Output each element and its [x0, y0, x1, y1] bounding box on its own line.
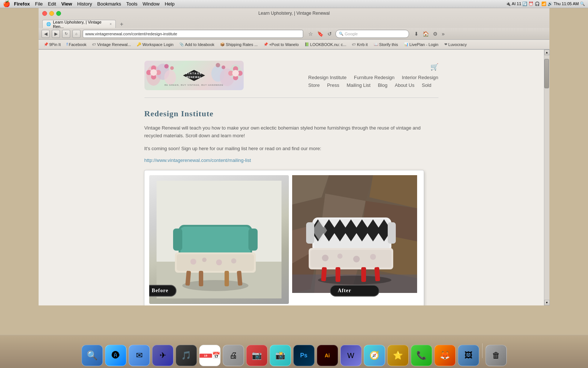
- bookmark-workspace[interactable]: 🔑 Workspace Login: [135, 42, 176, 47]
- logo-box[interactable]: VINTAGE RENEWAL BE GREEN, BUY VINTAGE, B…: [144, 61, 244, 90]
- dock-iphoto[interactable]: 🖼: [458, 345, 479, 366]
- dock-calendar[interactable]: 19 📅: [199, 345, 220, 366]
- bookmark-luvocracy-label: Luvocracy: [448, 42, 467, 47]
- bookmark-facebook[interactable]: f Facebook: [64, 42, 89, 47]
- svg-point-73: [370, 254, 376, 260]
- menu-history[interactable]: History: [77, 1, 92, 7]
- facebook-icon: f: [67, 42, 68, 46]
- dock-safari[interactable]: 🧭: [364, 345, 385, 366]
- browser-tab[interactable]: 🌐 Learn Upholstery, | Vintage Ren... ×: [42, 20, 116, 28]
- svg-point-2: [164, 70, 176, 85]
- scroll-down-button[interactable]: ▼: [544, 300, 550, 305]
- tab-bar: 🌐 Learn Upholstery, | Vintage Ren... × +: [39, 18, 549, 28]
- dock-reeder[interactable]: ⭐: [387, 345, 409, 366]
- bookmark-luvocracy[interactable]: ❤ Luvocracy: [442, 42, 469, 47]
- bookmark-icon: 📌: [44, 42, 48, 46]
- dock-phone[interactable]: 📞: [411, 345, 432, 366]
- bookmark-star[interactable]: ☆: [307, 30, 315, 38]
- bookmark-facebook-label: Facebook: [69, 42, 86, 47]
- menu-bookmarks[interactable]: Bookmarks: [97, 1, 121, 7]
- shipping-icon: 📦: [220, 42, 225, 46]
- cart-icon[interactable]: 🛒: [430, 63, 438, 71]
- header-divider: [144, 98, 438, 98]
- page-main: Redesign Institute Vintage Renewal will …: [144, 105, 438, 305]
- bookmark-wanelo[interactable]: 📌 +Post to Wanelo: [261, 42, 301, 47]
- scrollbar[interactable]: ▲ ▼: [544, 50, 549, 305]
- dock-wordsmith[interactable]: W: [340, 345, 362, 366]
- menubar: 🍎 Firefox File Edit View History Bookmar…: [0, 0, 588, 8]
- nav-press[interactable]: Press: [327, 82, 339, 88]
- close-button[interactable]: [42, 11, 47, 16]
- scrollbar-thumb[interactable]: [544, 59, 549, 88]
- chevron-right-icon[interactable]: »: [440, 30, 446, 38]
- forward-button[interactable]: ▶: [52, 30, 60, 38]
- bookmark-vintage[interactable]: 🏷 Vintage Renewal...: [90, 42, 133, 47]
- menu-tools[interactable]: Tools: [126, 1, 137, 7]
- bookmark-ideabook[interactable]: 📎 Add to Ideabook: [177, 42, 216, 47]
- dock-illustrator[interactable]: Ai: [317, 345, 338, 366]
- nav-redesign-institute[interactable]: Redesign Institute: [308, 75, 347, 80]
- scrollbar-track[interactable]: [544, 55, 549, 300]
- title-bar: Learn Upholstery, | Vintage Renewal: [39, 8, 549, 18]
- dock-directmail[interactable]: ✈: [152, 345, 173, 366]
- new-tab-button[interactable]: +: [117, 21, 126, 28]
- page-description1: Vintage Renewal will teach you how to ma…: [144, 124, 438, 140]
- bookmark-liveplan[interactable]: 📊 LivePlan - Login: [402, 42, 441, 47]
- nav-about-us[interactable]: About Us: [395, 82, 414, 88]
- scroll-up-button[interactable]: ▲: [544, 50, 550, 55]
- menu-firefox[interactable]: Firefox: [14, 1, 30, 7]
- extension-icon[interactable]: ⚙: [431, 30, 439, 38]
- bookmark-9pinit[interactable]: 📌 9Pin It: [42, 42, 63, 47]
- dock-itunes[interactable]: 🎵: [176, 345, 197, 366]
- dock-camera[interactable]: 📸: [270, 345, 291, 366]
- svg-rect-77: [374, 267, 380, 282]
- nav-mailing-list[interactable]: Mailing List: [347, 82, 370, 88]
- nav-sold[interactable]: Sold: [422, 82, 431, 88]
- bookmark-shipping[interactable]: 📦 Shipping Rates ...: [218, 42, 260, 47]
- tab-close-button[interactable]: ×: [110, 22, 112, 26]
- bookmark-storify[interactable]: 📖 Storify this: [372, 42, 400, 47]
- minimize-button[interactable]: [49, 11, 54, 16]
- address-bar[interactable]: www.vintagerenewal.com/content/redesign-…: [83, 30, 303, 38]
- download-icon[interactable]: ⬇: [413, 30, 420, 38]
- dock-finder[interactable]: 🔍: [82, 345, 103, 366]
- nav-store[interactable]: Store: [308, 82, 320, 88]
- logo-svg: VINTAGE RENEWAL BE GREEN, BUY VINTAGE, B…: [144, 61, 244, 90]
- bookmark-krrb[interactable]: 🏷 Krrb it: [350, 42, 370, 47]
- bookmark-lookbook[interactable]: 📗 LOOKBOOK.nu: c...: [302, 42, 348, 47]
- mailing-list-link[interactable]: http://www.vintagerenewal.com/content/ma…: [144, 158, 438, 163]
- svg-text:VINTAGE: VINTAGE: [186, 72, 202, 75]
- menu-file[interactable]: File: [35, 1, 43, 7]
- dock-trash[interactable]: 🗑: [485, 345, 507, 366]
- bookmark-add[interactable]: 🔖: [316, 30, 325, 38]
- navigation-bar: ◀ ▶ ↻ ⌂ www.vintagerenewal.com/content/r…: [39, 28, 549, 40]
- refresh-icon[interactable]: ↺: [326, 30, 333, 38]
- dock-mail[interactable]: ✉: [129, 345, 150, 366]
- dock-appstore[interactable]: 🅐: [105, 345, 126, 366]
- browser-chrome: Learn Upholstery, | Vintage Renewal 🌐 Le…: [39, 8, 549, 50]
- search-bar[interactable]: 🔍 Google: [336, 30, 409, 38]
- svg-text:BE GREEN, BUY VINTAGE, BUY HAN: BE GREEN, BUY VINTAGE, BUY HANDMADE: [164, 84, 223, 86]
- dock-photobooth[interactable]: 📷: [246, 345, 268, 366]
- menu-window[interactable]: Window: [143, 1, 159, 7]
- menu-help[interactable]: Help: [165, 1, 175, 7]
- liveplan-icon: 📊: [404, 42, 408, 46]
- dock-firefox[interactable]: 🦊: [434, 345, 456, 366]
- reload-button[interactable]: ↻: [62, 30, 70, 38]
- home-icon[interactable]: 🏠: [421, 30, 430, 38]
- maximize-button[interactable]: [56, 11, 61, 16]
- bookmark-label: 9Pin It: [49, 42, 61, 47]
- apple-menu[interactable]: 🍎: [3, 0, 10, 7]
- menu-view[interactable]: View: [61, 1, 72, 7]
- luvocracy-icon: ❤: [444, 42, 447, 46]
- dock-printer[interactable]: 🖨: [223, 345, 244, 366]
- nav-interior-redesign[interactable]: Interior Redesign: [402, 75, 438, 80]
- nav-furniture-redesign[interactable]: Furniture Redesign: [354, 75, 395, 80]
- nav-blog[interactable]: Blog: [378, 82, 387, 88]
- svg-rect-78: [306, 222, 314, 244]
- back-button[interactable]: ◀: [42, 30, 50, 38]
- chair-before-svg: [155, 181, 283, 298]
- home-button[interactable]: ⌂: [72, 30, 80, 38]
- dock-photoshop[interactable]: Ps: [293, 345, 315, 366]
- menu-edit[interactable]: Edit: [48, 1, 56, 7]
